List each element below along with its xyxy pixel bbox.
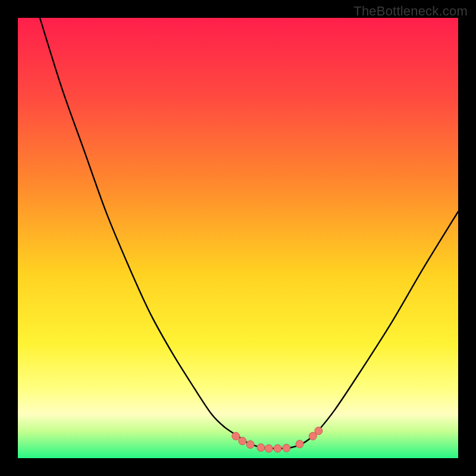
marker-right-3 [315,427,322,435]
marker-min-1 [257,444,265,452]
marker-min-3 [274,444,281,452]
outer-frame: TheBottleneck.com [0,0,476,476]
marker-left-2 [239,437,246,445]
marker-right-1 [296,440,303,448]
marker-min-2 [265,444,273,452]
marker-left-3 [232,433,240,440]
marker-left-1 [246,441,254,449]
chart-svg [18,18,458,458]
watermark-text: TheBottleneck.com [353,4,468,19]
bottleneck-curve [40,18,458,449]
marker-min-4 [283,444,290,452]
gradient-plot-area [18,18,458,458]
